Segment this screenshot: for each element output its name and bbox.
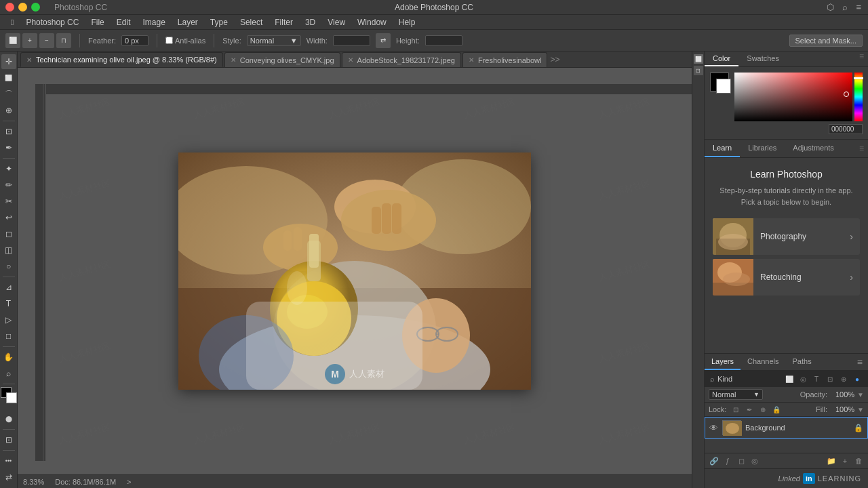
- tab-0[interactable]: ✕ Technician examining olive oil.jpeg @ …: [20, 52, 223, 67]
- layers-tab[interactable]: Layers: [705, 354, 741, 370]
- delete-layer-icon[interactable]: 🗑: [853, 455, 864, 466]
- tab-close-3[interactable]: ✕: [469, 56, 474, 64]
- layer-menu[interactable]: Layer: [172, 16, 203, 28]
- window-menu[interactable]: Window: [352, 16, 392, 28]
- statusbar-arrow[interactable]: >: [127, 478, 131, 486]
- paths-tab[interactable]: Paths: [786, 354, 818, 370]
- zoom-tool[interactable]: ⌕: [1, 366, 16, 381]
- new-selection-icon[interactable]: ⬜: [5, 33, 20, 48]
- shape-filter-icon[interactable]: ⊡: [825, 373, 835, 384]
- path-select-tool[interactable]: ▷: [1, 312, 16, 327]
- close-button[interactable]: [5, 3, 14, 12]
- pen-tool[interactable]: ⊿: [1, 280, 16, 295]
- fill-value[interactable]: 100%: [830, 405, 854, 413]
- type-tool[interactable]: T: [1, 296, 16, 311]
- layer-visibility-icon[interactable]: 👁: [709, 423, 718, 433]
- feather-input[interactable]: [121, 35, 149, 46]
- fill-chevron[interactable]: ▼: [857, 406, 864, 413]
- screen-mode-icon[interactable]: ⊡: [1, 432, 16, 447]
- libraries-tab[interactable]: Libraries: [740, 140, 785, 157]
- crop-tool[interactable]: ⊡: [1, 124, 16, 139]
- clone-stamp-tool[interactable]: ✂: [1, 194, 16, 209]
- select-mask-button[interactable]: Select and Mask...: [789, 35, 863, 47]
- intersect-selection-icon[interactable]: ⊓: [56, 33, 71, 48]
- 3d-menu[interactable]: 3D: [300, 16, 321, 28]
- lock-pixels-icon[interactable]: ⊡: [730, 404, 741, 415]
- hue-slider[interactable]: [854, 73, 863, 121]
- add-effect-icon[interactable]: ƒ: [722, 455, 733, 466]
- channels-tab[interactable]: Channels: [741, 354, 785, 370]
- tabs-more-button[interactable]: >>: [549, 52, 561, 67]
- learn-panel-menu[interactable]: ≡: [855, 141, 868, 156]
- brush-tool[interactable]: ✏: [1, 178, 16, 192]
- adjustment-filter-icon[interactable]: ◎: [797, 373, 808, 384]
- dodge-tool[interactable]: ○: [1, 259, 16, 274]
- minimize-button[interactable]: [18, 3, 27, 12]
- retouching-tutorial[interactable]: Retouching ›: [713, 259, 860, 296]
- type-filter-icon[interactable]: T: [811, 373, 822, 384]
- opacity-value[interactable]: 100%: [830, 390, 854, 399]
- lock-artboard-icon[interactable]: ⊕: [757, 404, 768, 415]
- view-menu[interactable]: View: [322, 16, 351, 28]
- new-adjustment-icon[interactable]: ◎: [749, 455, 760, 466]
- filter-menu[interactable]: Filter: [269, 16, 298, 28]
- color-gradient-picker[interactable]: [734, 73, 863, 134]
- tab-close-2[interactable]: ✕: [348, 56, 353, 64]
- gradient-tool[interactable]: ◫: [1, 243, 16, 258]
- swatches-tab[interactable]: Swatches: [738, 52, 787, 66]
- file-menu[interactable]: File: [85, 16, 109, 28]
- healing-brush-tool[interactable]: ✦: [1, 161, 16, 176]
- width-input[interactable]: [333, 35, 370, 46]
- search-icon[interactable]: ⌕: [842, 2, 848, 12]
- adjustments-tab[interactable]: Adjustments: [785, 140, 842, 157]
- subtract-selection-icon[interactable]: −: [39, 33, 54, 48]
- add-mask-icon[interactable]: ◻: [736, 455, 747, 466]
- background-color[interactable]: [6, 392, 17, 403]
- lock-all-icon[interactable]: 🔒: [771, 404, 782, 415]
- new-layer-icon[interactable]: +: [840, 455, 850, 466]
- layer-item-background[interactable]: 👁 Background 🔒: [705, 417, 868, 439]
- eyedropper-tool[interactable]: ✒: [1, 140, 16, 155]
- type-menu[interactable]: Type: [205, 16, 233, 28]
- eraser-tool[interactable]: ◻: [1, 226, 16, 241]
- color-gradient-field[interactable]: [734, 73, 852, 121]
- learn-tab[interactable]: Learn: [705, 140, 740, 157]
- apple-menu[interactable]: : [5, 16, 19, 28]
- color-tab[interactable]: Color: [705, 52, 738, 66]
- color-panel-icon[interactable]: ⬜: [694, 54, 703, 64]
- add-selection-icon[interactable]: +: [22, 33, 37, 48]
- filter-toggle[interactable]: ●: [852, 373, 863, 384]
- blend-mode-dropdown[interactable]: Normal ▼: [709, 389, 763, 400]
- move-tool[interactable]: ✛: [1, 54, 16, 69]
- tab-close-1[interactable]: ✕: [231, 56, 236, 64]
- smart-filter-icon[interactable]: ⊕: [838, 373, 849, 384]
- style-dropdown[interactable]: Normal ▼: [247, 35, 301, 46]
- maximize-button[interactable]: [31, 3, 40, 12]
- adjust-panel-icon[interactable]: ⊡: [694, 66, 703, 75]
- foreground-background-colors[interactable]: [1, 387, 17, 403]
- menu-icon[interactable]: ≡: [856, 2, 861, 12]
- swap-dimensions-icon[interactable]: ⇄: [376, 33, 391, 48]
- rectangular-marquee-tool[interactable]: ⬜: [1, 70, 16, 85]
- kind-filter[interactable]: Kind: [717, 375, 781, 383]
- pixel-filter-icon[interactable]: ⬜: [784, 373, 795, 384]
- hex-color-input[interactable]: [829, 124, 863, 134]
- select-menu[interactable]: Select: [235, 16, 268, 28]
- lasso-tool[interactable]: ⌒: [1, 87, 16, 102]
- tab-3[interactable]: ✕ Fresholivesinabowl: [462, 52, 548, 67]
- quick-mask-icon[interactable]: ⬤: [1, 411, 16, 426]
- new-group-icon[interactable]: 📁: [826, 455, 837, 466]
- photoshop-menu[interactable]: Photoshop CC: [20, 16, 84, 28]
- tab-1[interactable]: ✕ Conveying olives_CMYK.jpg: [224, 52, 340, 67]
- transform-icon[interactable]: ⇄: [1, 470, 16, 485]
- opacity-chevron[interactable]: ▼: [857, 391, 864, 399]
- layers-panel-menu[interactable]: ≡: [852, 354, 868, 370]
- linkedin-learning-badge[interactable]: Linked in LEARNING: [705, 468, 868, 488]
- hand-tool[interactable]: ✋: [1, 350, 16, 365]
- lock-position-icon[interactable]: ✒: [744, 404, 755, 415]
- tab-2[interactable]: ✕ AdobeStock_198231772.jpeg: [342, 52, 461, 67]
- help-menu[interactable]: Help: [393, 16, 421, 28]
- history-brush-tool[interactable]: ↩: [1, 210, 16, 225]
- height-input[interactable]: [425, 35, 462, 46]
- extras-icon[interactable]: •••: [1, 453, 16, 468]
